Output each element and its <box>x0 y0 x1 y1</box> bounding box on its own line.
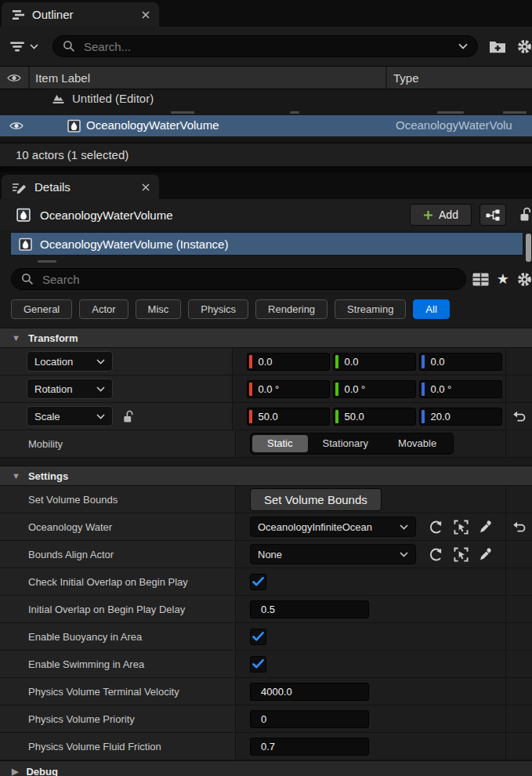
mobility-row: Mobility Static Stationary Movable <box>0 430 532 458</box>
scrollbar-thumb[interactable] <box>526 234 531 262</box>
filter-tab-streaming[interactable]: Streaming <box>335 299 406 319</box>
panel-divider[interactable] <box>0 166 532 172</box>
set-volume-bounds-button[interactable]: Set Volume Bounds <box>250 488 382 511</box>
scale-z-field[interactable]: 20.0 <box>419 408 502 426</box>
axis-y-bar <box>335 383 338 396</box>
details-panel: Details OceanologyWaterVolume Add <box>0 172 532 776</box>
use-selected-asset-icon[interactable] <box>429 547 443 562</box>
rotation-x-field[interactable]: 0.0 ° <box>247 380 330 398</box>
pick-actor-icon[interactable] <box>454 547 469 562</box>
outliner-column-header: Item Label Type <box>0 66 532 89</box>
selected-row-type: OceanologyWaterVolu <box>396 118 512 132</box>
outliner-search-input[interactable] <box>82 39 451 54</box>
oceanology-water-dropdown[interactable]: OceanologyInfiniteOcean <box>250 517 416 537</box>
priority-field[interactable]: 0 <box>250 710 369 728</box>
filter-tab-all[interactable]: All <box>413 299 449 319</box>
rotation-z-field[interactable]: 0.0 ° <box>419 380 502 398</box>
outliner-filter-button[interactable] <box>9 42 38 52</box>
transform-rotation-row: Rotation 0.0 ° 0.0 ° 0.0 ° <box>0 375 532 403</box>
enable-swimming-checkbox[interactable] <box>250 656 266 673</box>
reset-to-default-icon[interactable] <box>512 521 526 533</box>
filter-tab-rendering[interactable]: Rendering <box>255 299 328 319</box>
eye-icon[interactable] <box>9 121 24 131</box>
initial-overlap-delay-row: Initial Overlap on Begin Play Delay 0.5 <box>0 596 532 623</box>
enable-buoyancy-checkbox[interactable] <box>250 629 266 645</box>
close-icon[interactable] <box>140 9 151 20</box>
instance-row-selected[interactable]: OceanologyWaterVolume (Instance) <box>10 232 523 256</box>
bounds-align-actor-row: Bounds Align Actor None <box>0 541 532 568</box>
column-header-item-label[interactable]: Item Label <box>30 67 385 89</box>
clipped-row-fragment <box>503 111 527 114</box>
grid-view-icon[interactable] <box>472 273 489 286</box>
eyedropper-icon[interactable] <box>479 520 493 534</box>
chevron-down-icon <box>400 552 408 557</box>
checkmark-icon <box>252 632 264 641</box>
rotation-dropdown-label: Rotation <box>34 383 72 395</box>
fluid-friction-row: Physics Volume Fluid Friction 0.7 <box>0 733 532 760</box>
mobility-option-stationary[interactable]: Stationary <box>308 435 384 452</box>
location-dropdown-label: Location <box>34 356 73 368</box>
details-settings-gear-icon[interactable] <box>517 272 532 287</box>
filter-tab-physics[interactable]: Physics <box>188 299 248 319</box>
scale-dropdown[interactable]: Scale <box>27 406 113 426</box>
location-x-field[interactable]: 0.0 <box>247 353 330 371</box>
axis-y-bar <box>335 410 338 423</box>
blueprint-hierarchy-button[interactable] <box>480 204 506 226</box>
bounds-align-actor-dropdown[interactable]: None <box>250 544 416 564</box>
axis-x-bar <box>249 410 252 423</box>
fluid-friction-field[interactable]: 0.7 <box>250 738 369 756</box>
outliner-row-selected[interactable]: OceanologyWaterVolume OceanologyWaterVol… <box>0 115 532 136</box>
outliner-panel: Outliner <box>0 0 532 166</box>
tab-outliner[interactable]: Outliner <box>2 2 159 27</box>
section-header-transform[interactable]: ▼ Transform <box>0 328 532 348</box>
details-search-input[interactable] <box>41 272 456 287</box>
eyedropper-icon[interactable] <box>479 547 493 561</box>
property-label: Initial Overlap on Begin Play Delay <box>28 604 185 615</box>
filter-tab-general[interactable]: General <box>11 299 72 319</box>
rotation-dropdown[interactable]: Rotation <box>27 379 113 399</box>
enable-swimming-row: Enable Swimming in Area <box>0 651 532 678</box>
transform-scale-row: Scale 50.0 50.0 20.0 <box>0 403 532 430</box>
use-selected-asset-icon[interactable] <box>429 520 443 535</box>
add-button-label: Add <box>439 209 458 221</box>
property-label: Physics Volume Terminal Velocity <box>28 686 179 698</box>
axis-z-bar <box>422 355 425 368</box>
add-folder-icon[interactable] <box>489 40 506 53</box>
details-header: OceanologyWaterVolume Add <box>0 199 532 230</box>
outliner-icon <box>12 9 24 20</box>
section-header-debug[interactable]: ▶ Debug <box>0 760 532 776</box>
mobility-option-static[interactable]: Static <box>252 435 308 452</box>
column-header-type[interactable]: Type <box>385 67 532 89</box>
scale-x-field[interactable]: 50.0 <box>247 408 330 426</box>
scale-lock-open-icon[interactable] <box>123 410 135 423</box>
filter-tab-misc[interactable]: Misc <box>136 299 182 319</box>
outliner-settings-gear-icon[interactable] <box>517 39 532 54</box>
lock-open-icon[interactable] <box>519 207 532 222</box>
pick-actor-icon[interactable] <box>454 520 469 535</box>
details-search-row: ★ <box>0 265 532 293</box>
add-component-button[interactable]: Add <box>410 204 472 226</box>
location-z-field[interactable]: 0.0 <box>419 353 502 371</box>
close-icon[interactable] <box>140 182 151 193</box>
check-initial-overlap-row: Check Initial Overlap on Begin Play <box>0 568 532 596</box>
section-header-settings[interactable]: ▼ Settings <box>0 466 532 486</box>
tab-details-title: Details <box>34 180 132 194</box>
tab-details[interactable]: Details <box>2 175 159 199</box>
reset-to-default-icon[interactable] <box>512 411 526 422</box>
initial-overlap-delay-field[interactable]: 0.5 <box>250 600 369 618</box>
rotation-y-field[interactable]: 0.0 ° <box>333 380 416 398</box>
filter-tab-actor[interactable]: Actor <box>79 299 128 319</box>
scale-y-field[interactable]: 50.0 <box>333 408 416 426</box>
section-title: Debug <box>26 766 57 776</box>
selected-row-label: OceanologyWaterVolume <box>86 118 219 132</box>
checkmark-icon <box>252 577 264 586</box>
mobility-option-movable[interactable]: Movable <box>383 435 451 452</box>
terminal-velocity-field[interactable]: 4000.0 <box>250 683 369 701</box>
favorites-star-icon[interactable]: ★ <box>497 273 509 286</box>
location-y-field[interactable]: 0.0 <box>333 353 416 371</box>
location-dropdown[interactable]: Location <box>27 351 113 372</box>
visibility-column-header[interactable] <box>0 67 30 89</box>
check-initial-overlap-checkbox[interactable] <box>250 574 266 590</box>
outliner-row-world[interactable]: Untitled (Editor) <box>0 89 532 107</box>
search-options-chevron-icon[interactable] <box>458 43 468 49</box>
